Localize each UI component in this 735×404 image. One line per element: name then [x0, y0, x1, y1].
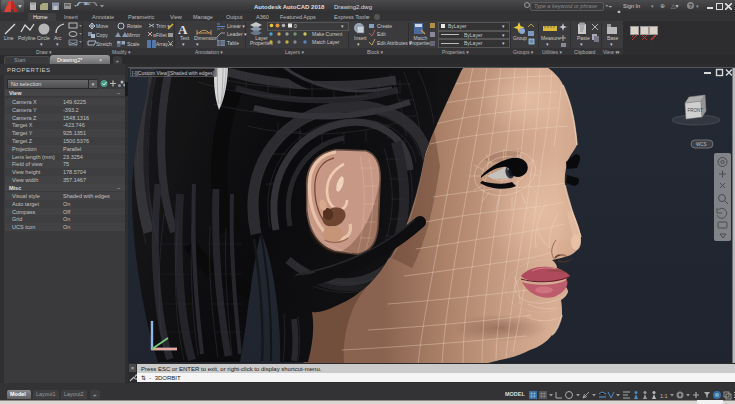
svg-text:1:1: 1:1: [660, 393, 668, 399]
svg-text:[-][Custom View][Shaded with e: [-][Custom View][Shaded with edges]: [132, 70, 215, 76]
svg-text:⎯: ⎯: [221, 25, 224, 31]
svg-text:FRONT: FRONT: [688, 108, 704, 113]
svg-text:WCS: WCS: [696, 142, 707, 147]
